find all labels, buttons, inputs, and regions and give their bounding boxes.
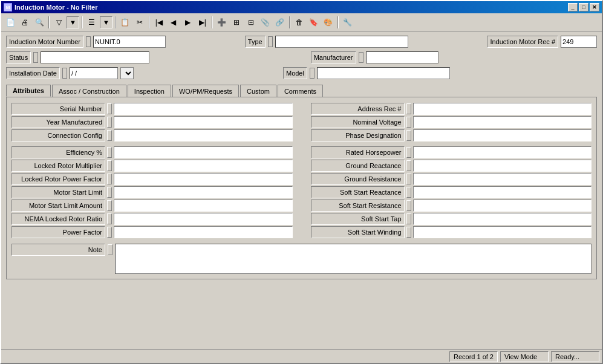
note-textarea[interactable] [115,244,592,274]
main-window: M Induction Motor - No Filter _ □ ✕ 📄 🖨 … [0,0,603,364]
nominal-voltage-input[interactable] [413,116,592,128]
nominal-voltage-label: Nominal Voltage [311,116,405,128]
soft-start-winding-input[interactable] [413,226,592,238]
bookmark-button[interactable]: 🔖 [307,16,321,29]
efficiency-label: Efficiency % [11,146,105,158]
tab-wo-pm-requests[interactable]: WO/PM/Requests [172,85,239,97]
model-input[interactable] [317,67,450,79]
nema-locked-rotor-ratio-input[interactable] [114,213,293,225]
status-input[interactable] [41,51,149,63]
induction-motor-rec-input[interactable] [561,36,597,48]
power-factor-label: Power Factor [11,226,105,238]
sep4 [149,16,150,28]
manufacturer-label: Manufacturer [311,51,356,63]
ground-reactance-input[interactable] [413,160,592,172]
note-area: Note [11,244,592,274]
new-button[interactable]: 📄 [4,16,17,29]
delete-button[interactable]: 🗑 [293,16,306,29]
titlebar-buttons: _ □ ✕ [568,3,599,11]
phase-designation-row: Phase Designation [311,129,592,142]
grid-button[interactable]: ⊞ [230,16,243,29]
preview-button[interactable]: 🔍 [33,16,46,29]
nav-prev-button[interactable]: ◀ [167,16,180,29]
left-column: Serial Number Year Manufactured Co [11,102,293,239]
address-rec-label: Address Rec # [311,103,405,115]
add-button[interactable]: ➕ [215,16,229,29]
type-input[interactable] [275,36,408,48]
motor-start-limit-amount-row: Motor Start Limit Amount [11,199,293,212]
ground-resistance-input[interactable] [413,173,592,185]
rated-horsepower-indicator [406,147,411,158]
motor-start-limit-input[interactable] [114,186,293,198]
locked-rotor-power-factor-row: Locked Rotor Power Factor [11,172,293,186]
soft-start-resistance-input[interactable] [413,200,592,212]
phase-designation-label: Phase Designation [311,129,405,141]
locked-rotor-power-factor-input[interactable] [114,173,293,185]
efficiency-input[interactable] [114,146,293,158]
copy2-button[interactable]: ⊟ [244,16,258,29]
power-factor-input[interactable] [114,226,293,238]
efficiency-indicator [107,147,112,158]
palette-button[interactable]: 🎨 [322,16,335,29]
rated-horsepower-label: Rated Horsepower [311,146,405,158]
minimize-button[interactable]: _ [568,3,578,11]
manufacturer-input[interactable] [366,51,438,63]
view-dropdown[interactable]: ▼ [100,16,112,28]
serial-number-input[interactable] [114,103,293,115]
tools-button[interactable]: 🔧 [341,16,354,29]
attributes-grid: Serial Number Year Manufactured Co [11,102,592,239]
year-manufactured-input[interactable] [114,116,293,128]
close-button[interactable]: ✕ [590,3,599,11]
soft-start-winding-label: Soft Start Winding [311,226,405,238]
sep1 [48,16,50,28]
type-label: Type [245,36,266,48]
phase-designation-input[interactable] [413,129,592,141]
header-row-1: Induction Motor Number Type Induction Mo… [6,35,597,48]
soft-start-winding-row: Soft Start Winding [311,226,592,239]
tab-custom[interactable]: Custom [240,85,276,97]
note-indicator [108,244,112,255]
induction-motor-number-input[interactable] [93,36,166,48]
installation-date-indicator [62,68,67,79]
link-button[interactable]: 🔗 [273,16,287,29]
soft-start-reactance-input[interactable] [413,186,592,198]
locked-rotor-multiplier-input[interactable] [114,160,293,172]
induction-motor-number-indicator [86,36,91,47]
tab-assoc-construction[interactable]: Assoc / Construction [52,85,126,97]
cut-button[interactable]: ✂ [133,16,146,29]
view-arrow-icon: ▼ [103,19,109,26]
installation-date-dropdown[interactable] [120,67,134,79]
status-panel: Ready... [551,351,599,362]
nav-last-button[interactable]: ▶| [196,16,209,29]
rated-horsepower-row: Rated Horsepower [311,146,592,159]
tab-comments[interactable]: Comments [278,85,323,97]
nav-first-button[interactable]: |◀ [152,16,166,29]
soft-start-tap-input[interactable] [413,213,592,225]
note-label: Note [11,244,105,256]
motor-start-limit-amount-input[interactable] [114,200,293,212]
filter-dropdown[interactable]: ▼ [67,16,79,28]
soft-start-resistance-row: Soft Start Resistance [311,199,592,212]
print-button[interactable]: 🖨 [18,16,31,29]
soft-start-tap-indicator [406,213,411,224]
nav-next-button[interactable]: ▶ [181,16,195,29]
rated-horsepower-input[interactable] [413,146,592,158]
filter-button[interactable]: ▽ [52,16,65,29]
connection-config-input[interactable] [114,129,293,141]
tab-inspection[interactable]: Inspection [128,85,171,97]
view-button[interactable]: ☰ [85,16,99,29]
motor-start-limit-indicator [107,187,112,198]
sep6 [289,16,290,28]
window-title: Induction Motor - No Filter [15,4,97,11]
maximize-button[interactable]: □ [579,3,588,11]
ground-reactance-row: Ground Reactance [311,159,592,172]
address-rec-input[interactable] [413,103,592,115]
tab-attributes[interactable]: Attributes [6,85,51,97]
view-mode-panel: View Mode [500,351,549,362]
copy-button[interactable]: 📋 [119,16,132,29]
sep2 [82,16,83,28]
installation-date-input[interactable] [70,67,118,79]
sep3 [115,16,116,28]
attach-button[interactable]: 📎 [259,16,272,29]
motor-start-limit-label: Motor Start Limit [11,186,105,198]
